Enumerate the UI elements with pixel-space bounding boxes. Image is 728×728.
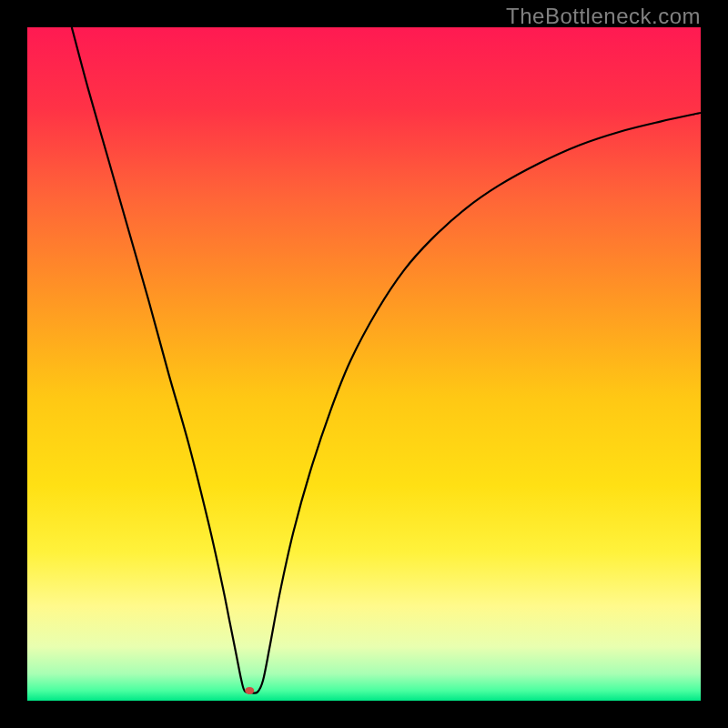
watermark-text: TheBottleneck.com [506,4,701,29]
gradient-background [27,27,701,701]
chart-frame: TheBottleneck.com [0,0,728,728]
optimum-marker [245,687,254,694]
chart-svg [27,27,701,701]
plot-area [27,27,701,701]
